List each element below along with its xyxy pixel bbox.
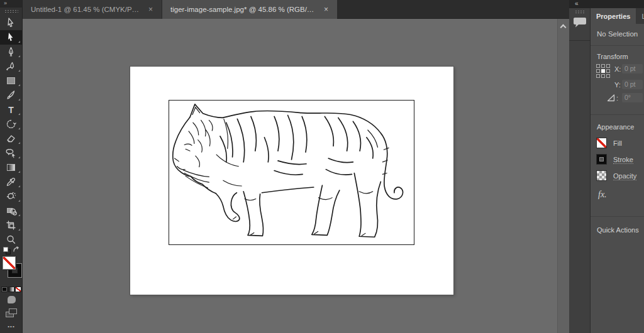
rotation-angle-icon — [607, 94, 615, 102]
swap-fill-stroke-button[interactable] — [13, 246, 20, 253]
tab-properties[interactable]: Properties — [591, 8, 636, 24]
close-icon[interactable]: × — [323, 5, 330, 14]
artboard-tool[interactable] — [0, 218, 22, 232]
shape-builder-tool[interactable] — [0, 204, 22, 218]
tool-flyout-corner — [18, 70, 20, 72]
shaper-tool[interactable] — [0, 146, 22, 160]
zoom-tool[interactable] — [0, 232, 22, 247]
comment-bubble-icon[interactable] — [573, 16, 587, 29]
close-icon[interactable]: × — [147, 5, 154, 14]
tool-flyout-corner — [18, 41, 20, 43]
pen-nib-icon — [6, 46, 16, 57]
eraser-tool[interactable] — [0, 131, 22, 146]
document-tab-title: Untitled-1 @ 61.45 % (CMYK/Preview) — [31, 6, 141, 13]
x-label: X: — [614, 65, 621, 73]
gradient-mode-button[interactable] — [8, 287, 14, 292]
panel-icon-column — [569, 8, 591, 333]
symbol-sprayer-tool[interactable] — [0, 189, 22, 204]
opacity-link[interactable]: Opacity — [613, 172, 636, 180]
direct-selection-tool[interactable] — [0, 30, 22, 45]
double-chevron-right-icon: » — [4, 0, 8, 6]
document-tab-tiger[interactable]: tiger-image-sample.jpg* @ 45.86 % (RGB/P… — [162, 0, 337, 19]
eyedropper-tool[interactable] — [0, 175, 22, 189]
stroke-link[interactable]: Stroke — [613, 156, 633, 164]
magnifier-icon — [6, 234, 16, 245]
document-tab-title: tiger-image-sample.jpg* @ 45.86 % (RGB/P… — [170, 6, 316, 13]
none-mode-button[interactable] — [15, 287, 21, 292]
x-input[interactable]: 0 pt — [622, 64, 643, 74]
paintbrush-tool[interactable] — [0, 88, 22, 102]
tool-list: T — [0, 16, 22, 247]
tool-flyout-corner — [18, 99, 20, 101]
fill-color-swatch[interactable] — [3, 256, 16, 270]
divider — [591, 216, 644, 217]
appearance-fill-swatch[interactable] — [597, 138, 606, 148]
tab-layers[interactable]: Lay — [636, 8, 644, 24]
y-label: Y: — [614, 81, 621, 89]
rotation-input[interactable]: 0° — [622, 93, 643, 102]
direct-selection-arrow-icon — [6, 32, 16, 43]
vertical-scrollbar[interactable] — [557, 19, 569, 333]
panel-tab-bar: Properties Lay — [591, 8, 644, 24]
selection-status: No Selection — [597, 30, 638, 38]
right-panel-dock: « Properties Lay No Selection Transform — [569, 0, 644, 333]
tiger-line-art — [169, 101, 414, 244]
canvas-area[interactable] — [23, 19, 557, 333]
scroll-up-arrow-icon[interactable] — [560, 25, 567, 31]
toolbar-expand-button[interactable]: » — [0, 0, 22, 8]
appearance-stroke-swatch[interactable] — [597, 155, 606, 164]
shape-builder-icon — [6, 205, 17, 216]
edit-toolbar-button[interactable]: ••• — [0, 324, 23, 333]
type-tool[interactable]: T — [0, 102, 22, 117]
tool-flyout-corner — [18, 142, 20, 144]
curvature-tool[interactable] — [0, 59, 22, 74]
artboard[interactable] — [130, 67, 453, 295]
divider — [591, 114, 644, 115]
rotate-tool[interactable] — [0, 117, 22, 131]
pen-tool[interactable] — [0, 45, 22, 59]
reference-point-grid[interactable] — [596, 64, 611, 79]
collapse-panels-button[interactable]: « — [569, 0, 644, 8]
tool-flyout-corner — [18, 128, 20, 129]
appearance-opacity-swatch[interactable] — [597, 171, 606, 180]
document-tab-untitled[interactable]: Untitled-1 @ 61.45 % (CMYK/Preview) × — [23, 0, 162, 19]
rotate-icon — [6, 119, 16, 129]
toolbar-drag-handle[interactable] — [4, 9, 18, 13]
quick-actions-section-title: Quick Actions — [597, 226, 639, 234]
panel-drag-handle[interactable] — [575, 10, 585, 13]
toolbar-color-controls: ••• — [0, 246, 23, 333]
default-fill-stroke-button[interactable] — [3, 247, 11, 254]
selection-tool[interactable] — [0, 16, 22, 30]
eyedropper-icon — [6, 177, 16, 187]
eraser-icon — [6, 133, 16, 144]
color-mode-button[interactable] — [1, 287, 8, 292]
angle-colon: : — [616, 94, 618, 102]
tool-flyout-corner — [18, 113, 20, 115]
comment-panel-header — [569, 10, 590, 41]
artboard-icon — [6, 220, 16, 231]
tiger-image — [169, 100, 414, 245]
y-input[interactable]: 0 pt — [622, 80, 643, 89]
properties-body: No Selection Transform X: 0 pt Y: 0 pt :… — [591, 24, 644, 333]
spray-icon — [6, 191, 17, 202]
speech-bubble-cursor-icon — [6, 148, 17, 158]
drawing-mode-button[interactable] — [8, 296, 16, 303]
tool-flyout-corner — [18, 55, 20, 57]
selection-arrow-icon — [6, 18, 16, 28]
transform-section-title: Transform — [597, 53, 628, 60]
tool-flyout-corner — [18, 200, 20, 202]
gradient-tool[interactable] — [0, 160, 22, 175]
tool-flyout-corner — [18, 185, 20, 187]
fill-label: Fill — [613, 139, 622, 147]
appearance-section-title: Appearance — [597, 123, 634, 131]
curvature-pen-icon — [6, 61, 16, 72]
divider — [591, 45, 644, 46]
rectangle-tool[interactable] — [0, 74, 22, 88]
screen-mode-button[interactable] — [6, 308, 17, 317]
tool-flyout-corner — [18, 84, 20, 86]
effects-button[interactable]: fx. — [598, 190, 607, 200]
tool-flyout-corner — [18, 156, 20, 158]
gradient-icon — [6, 162, 16, 173]
illustrator-window: » — [0, 0, 644, 333]
tool-flyout-corner — [18, 229, 20, 231]
